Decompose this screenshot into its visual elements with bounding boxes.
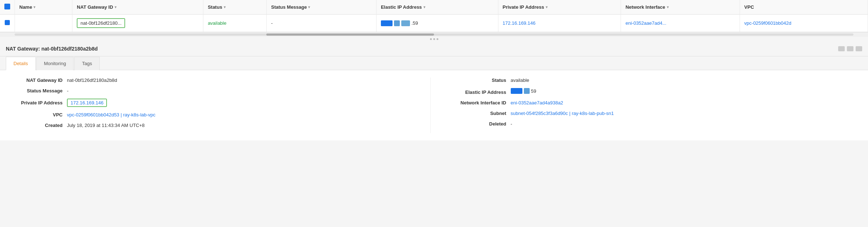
detail-content: NAT Gateway ID nat-0bf126df2180a2b8d Sta…	[0, 70, 868, 140]
status-msg-value: -	[67, 88, 68, 93]
row-checkbox[interactable]	[5, 20, 10, 25]
private-ip-detail-link[interactable]: 172.16.169.146	[71, 100, 103, 105]
header-checkbox-col[interactable]	[0, 0, 15, 15]
detail-deleted-row: Deleted -	[453, 121, 860, 127]
elastic-ip-sort-icon: ▾	[423, 5, 425, 9]
scrollbar-thumb[interactable]	[266, 33, 434, 36]
status-msg-label: Status Message	[9, 88, 67, 93]
select-all-checkbox[interactable]	[4, 4, 10, 9]
horizontal-scrollbar[interactable]	[0, 32, 868, 37]
created-value: July 18, 2019 at 11:43:34 AM UTC+8	[67, 123, 145, 128]
header-private-ip[interactable]: Private IP Address ▾	[498, 0, 621, 15]
name-sort-icon: ▾	[33, 5, 35, 9]
detail-nat-id-row: NAT Gateway ID nat-0bf126df2180a2b8d	[9, 77, 416, 83]
vpc-detail-link[interactable]: vpc-0259f0601bb042d53 | ray-k8s-lab-vpc	[67, 112, 155, 118]
header-network-interface[interactable]: Network Interface ▾	[621, 0, 740, 15]
detail-title-prefix: NAT Gateway:	[6, 46, 40, 52]
private-ip-detail-value: 172.16.169.146	[67, 99, 107, 107]
row-elastic-ip: .59	[376, 15, 498, 32]
window-minimize-btn[interactable]	[838, 46, 845, 51]
tab-details[interactable]: Details	[6, 57, 36, 70]
private-ip-box: 172.16.169.146	[67, 99, 107, 107]
table-header-row: Name ▾ NAT Gateway ID ▾ Status ▾	[0, 0, 868, 15]
network-id-link[interactable]: eni-0352aae7ad4a938a2	[511, 100, 564, 105]
private-ip-link[interactable]: 172.16.169.146	[503, 20, 535, 26]
row-checkbox-cell[interactable]	[0, 15, 15, 32]
detail-elastic-ip-row: Elastic IP Address 59	[453, 88, 860, 95]
header-status[interactable]: Status ▾	[203, 0, 267, 15]
detail-left-column: NAT Gateway ID nat-0bf126df2180a2b8d Sta…	[9, 77, 431, 133]
detail-subnet-row: Subnet subnet-054f285c3f3a6d90c | ray-k8…	[453, 111, 860, 116]
elastic-ip-suffix: .59	[411, 20, 418, 26]
created-label: Created	[9, 123, 67, 128]
network-interface-link[interactable]: eni-0352aae7ad4...	[625, 20, 666, 26]
row-network-interface: eni-0352aae7ad4...	[621, 15, 740, 32]
network-sort-icon: ▾	[667, 5, 669, 9]
detail-network-id-row: Network Interface ID eni-0352aae7ad4a938…	[453, 100, 860, 105]
row-vpc: vpc-0259f0601bb042d	[740, 15, 868, 32]
vpc-detail-value: vpc-0259f0601bb042d53 | ray-k8s-lab-vpc	[67, 112, 155, 118]
header-name[interactable]: Name ▾	[15, 0, 72, 15]
row-nat-id[interactable]: nat-0bf126df2180...	[72, 15, 203, 32]
nat-id-detail-value: nat-0bf126df2180a2b8d	[67, 77, 117, 83]
detail-right-column: Status available Elastic IP Address 59 N…	[431, 77, 860, 133]
elastic-ip-right-value: 59	[511, 88, 536, 94]
status-msg-sort-icon: ▾	[308, 5, 310, 9]
subnet-link[interactable]: subnet-054f285c3f3a6d90c | ray-k8s-lab-p…	[511, 111, 614, 116]
window-restore-btn[interactable]	[847, 46, 853, 51]
detail-elastic-block-1	[511, 88, 522, 94]
detail-vpc-row: VPC vpc-0259f0601bb042d53 | ray-k8s-lab-…	[9, 112, 416, 118]
status-right-value: available	[511, 77, 529, 83]
tab-monitoring[interactable]: Monitoring	[36, 57, 74, 70]
detail-title-value: nat-0bf126df2180a2b8d	[41, 46, 98, 52]
window-controls	[838, 46, 862, 51]
elastic-ip-block-3	[401, 20, 410, 26]
vpc-label: VPC	[9, 112, 67, 118]
header-nat-gateway-id[interactable]: NAT Gateway ID ▾	[72, 0, 203, 15]
private-ip-sort-icon: ▾	[546, 5, 548, 9]
row-status: available	[203, 15, 267, 32]
window-expand-btn[interactable]	[856, 46, 862, 51]
row-name	[15, 15, 72, 32]
resize-dot-1	[430, 38, 432, 40]
resize-dot-3	[437, 38, 438, 40]
subnet-label: Subnet	[453, 111, 511, 116]
detail-status-msg-row: Status Message -	[9, 88, 416, 93]
resize-dot-2	[433, 38, 435, 40]
nat-gateway-table-section: Name ▾ NAT Gateway ID ▾ Status ▾	[0, 0, 868, 32]
detail-created-row: Created July 18, 2019 at 11:43:34 AM UTC…	[9, 123, 416, 128]
subnet-value: subnet-054f285c3f3a6d90c | ray-k8s-lab-p…	[511, 111, 614, 116]
tabs-bar: Details Monitoring Tags	[0, 56, 868, 70]
nat-id-label: NAT Gateway ID	[9, 77, 67, 83]
header-status-message[interactable]: Status Message ▾	[267, 0, 377, 15]
elastic-ip-right-label: Elastic IP Address	[453, 89, 511, 95]
header-vpc[interactable]: VPC	[740, 0, 868, 15]
detail-private-ip-row: Private IP Address 172.16.169.146	[9, 99, 416, 107]
detail-header: NAT Gateway: nat-0bf126df2180a2b8d	[0, 41, 868, 56]
detail-elastic-block-2	[524, 88, 530, 94]
status-right-label: Status	[453, 77, 511, 83]
detail-elastic-suffix: 59	[531, 88, 536, 94]
tab-tags[interactable]: Tags	[74, 57, 99, 70]
status-sort-icon: ▾	[224, 5, 226, 9]
network-id-label: Network Interface ID	[453, 100, 511, 105]
scrollbar-track	[15, 33, 853, 36]
detail-status-row: Status available	[453, 77, 860, 83]
nat-id-value: nat-0bf126df2180...	[77, 18, 125, 28]
deleted-value: -	[511, 121, 512, 127]
vpc-link[interactable]: vpc-0259f0601bb042d	[744, 20, 791, 26]
network-id-value: eni-0352aae7ad4a938a2	[511, 100, 564, 105]
nat-id-sort-icon: ▾	[115, 5, 116, 9]
nat-gateway-table: Name ▾ NAT Gateway ID ▾ Status ▾	[0, 0, 868, 32]
resize-handle[interactable]	[0, 37, 868, 41]
private-ip-detail-label: Private IP Address	[9, 100, 67, 105]
row-status-message: -	[267, 15, 377, 32]
detail-title: NAT Gateway: nat-0bf126df2180a2b8d	[6, 46, 98, 52]
deleted-label: Deleted	[453, 121, 511, 127]
header-elastic-ip[interactable]: Elastic IP Address ▾	[376, 0, 498, 15]
elastic-ip-block-2	[394, 20, 400, 26]
elastic-ip-block-1	[381, 20, 393, 26]
table-row[interactable]: nat-0bf126df2180... available - .59	[0, 15, 868, 32]
row-private-ip: 172.16.169.146	[498, 15, 621, 32]
